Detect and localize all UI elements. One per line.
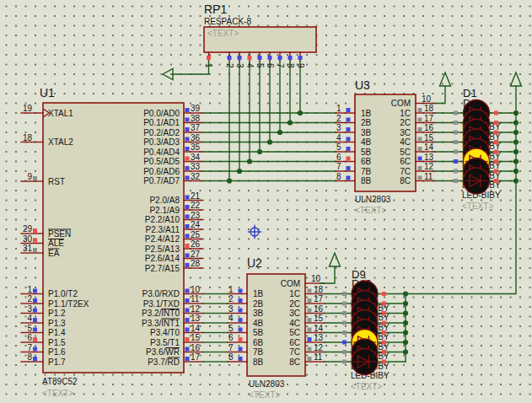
pin-name: 3C: [289, 309, 300, 318]
pin-number: 17: [314, 294, 324, 304]
pin-state-indicator: [33, 337, 37, 341]
pin-state-indicator: [494, 111, 498, 116]
pin-name: 8B: [253, 357, 264, 367]
pin-number: 1: [228, 285, 234, 294]
pin-name: P2.3/A11: [146, 225, 180, 234]
pin-number: 11: [424, 172, 433, 181]
wire-junction: [237, 169, 242, 174]
component-text-placeholder: <TEXT>: [351, 382, 382, 391]
wire-junction: [513, 178, 519, 183]
pin-name: 8B: [361, 176, 372, 185]
pin-name: 1B: [253, 289, 264, 298]
pin-name: P1.5: [48, 338, 66, 347]
pin-state-indicator: [347, 127, 351, 132]
component-value: ULN2803: [355, 195, 391, 204]
pin-name: P2.1/A9: [149, 206, 180, 215]
pin-state-indicator: [418, 166, 422, 170]
pin-number: 6: [228, 333, 234, 342]
pin-state-indicator: [288, 56, 293, 60]
pin-number: 21: [191, 191, 201, 201]
pin-number: 13: [424, 153, 434, 162]
wire-junction: [277, 130, 282, 135]
pin-name: P0.7/AD7: [143, 176, 180, 185]
pin-state-indicator: [342, 292, 347, 296]
pin-name: 8C: [289, 357, 300, 367]
pin-state-indicator: [382, 302, 386, 306]
wire-junction: [403, 320, 408, 325]
pin-number: 15: [191, 333, 201, 342]
pin-name: XTAL2: [48, 137, 73, 147]
pin-state-indicator: [418, 137, 422, 142]
pin-state-indicator: [185, 108, 190, 112]
pin-state-indicator: [185, 176, 190, 180]
pin-number: 9: [296, 63, 305, 68]
pin-name: P3.7/RD: [148, 357, 180, 367]
wire-junction: [403, 310, 408, 315]
pin-name: P2.5/A13: [145, 244, 180, 254]
power-terminal-icon[interactable]: [440, 73, 451, 86]
pin-name: 6B: [253, 338, 264, 347]
wire[interactable]: [435, 86, 445, 104]
pin-number: 10: [422, 94, 432, 104]
pin-state-indicator: [382, 311, 386, 315]
pin-name: P1.4: [48, 328, 66, 337]
pin-state-indicator: [418, 118, 422, 122]
pin-state-indicator: [418, 108, 422, 112]
pin-name: RST: [48, 177, 65, 186]
component-ref: D1: [463, 87, 477, 99]
pin-name: 3B: [361, 128, 372, 137]
power-terminal-icon[interactable]: [511, 73, 522, 86]
pin-name: 3C: [400, 128, 411, 137]
pin-state-indicator: [185, 157, 190, 161]
power-terminal-icon[interactable]: [330, 253, 341, 266]
pin-state-indicator: [185, 244, 190, 248]
pin-number: 8: [336, 172, 341, 181]
pin-number: 7: [276, 63, 285, 68]
schematic-canvas[interactable]: 19XTAL118XTAL29RST29PSEN30ALE31EA1P1.0/T…: [0, 0, 532, 403]
pin-state-indicator: [308, 347, 312, 352]
pin-state-indicator: [268, 56, 272, 60]
pin-state-indicator: [494, 159, 498, 164]
pin-state-indicator: [239, 298, 243, 303]
wire-junction: [513, 169, 519, 174]
pin-state-indicator: [347, 147, 351, 151]
pin-name: 8C: [400, 176, 411, 185]
component-value: ULN2803: [249, 379, 285, 389]
pin-state-indicator: [185, 347, 190, 352]
pin-name: 1C: [289, 289, 300, 298]
pin-number: 16: [424, 123, 434, 132]
pin-state-indicator: [33, 239, 37, 243]
pin-number: 18: [314, 285, 324, 294]
pin-name: PSEN: [48, 229, 71, 239]
pin-state-indicator: [342, 311, 347, 315]
pin-number: 11: [191, 294, 200, 304]
pin-state-indicator: [454, 169, 458, 174]
pin-state-indicator: [33, 318, 37, 322]
pin-name: P3.0/RXD: [142, 289, 180, 298]
component-ref: U1: [40, 86, 55, 99]
component-text-placeholder: <TEXT>: [42, 389, 73, 398]
pin-name: P1.1/T2EX: [48, 299, 89, 309]
pin-state-indicator: [382, 341, 386, 345]
component-text-placeholder: <TEXT>: [249, 390, 280, 400]
pin-number: 15: [424, 133, 434, 142]
pin-number: 27: [191, 250, 201, 259]
pin-state-indicator: [228, 56, 232, 60]
pin-state-indicator: [185, 224, 190, 228]
pin-number: 17: [191, 352, 201, 362]
wire[interactable]: [320, 266, 335, 283]
component-ref: RP1: [204, 3, 227, 16]
pin-name: 1C: [400, 109, 411, 118]
pin-name: P3.5/T1: [150, 338, 180, 347]
component-value: AT89C52: [42, 377, 78, 386]
pin-state-indicator: [33, 347, 37, 352]
power-terminal-icon[interactable]: [163, 69, 173, 80]
pin-number: 18: [424, 104, 434, 113]
pin-number: 8: [27, 352, 32, 362]
pin-number: 11: [314, 352, 323, 362]
wire[interactable]: [173, 62, 209, 74]
component-ref: U3: [355, 78, 370, 92]
pin-state-indicator: [342, 350, 347, 354]
pin-number: 3: [27, 304, 32, 314]
pin-name: P0.2/AD2: [143, 128, 180, 137]
